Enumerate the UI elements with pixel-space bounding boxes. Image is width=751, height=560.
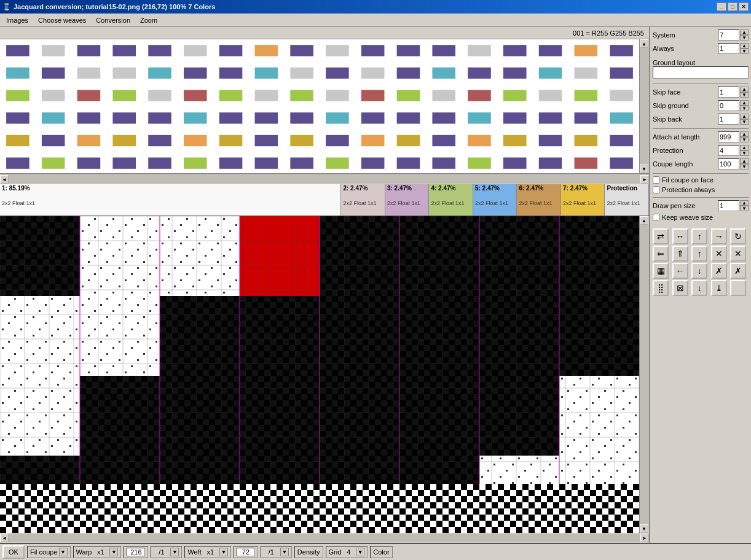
- weft-divisor[interactable]: [264, 548, 279, 556]
- density-segment: Density: [294, 546, 323, 558]
- weft-number[interactable]: [237, 548, 255, 556]
- icon-btn-14[interactable]: ✗: [711, 263, 727, 279]
- preview-hscroll-track[interactable]: [9, 175, 640, 184]
- coupe-length-up[interactable]: ▲: [740, 158, 749, 164]
- maximize-button[interactable]: □: [728, 2, 737, 11]
- always-up[interactable]: ▲: [740, 43, 749, 49]
- icon-btn-17[interactable]: ⊠: [672, 280, 688, 296]
- always-input[interactable]: [718, 43, 739, 54]
- weave-hscroll-track[interactable]: [9, 534, 640, 542]
- preview-vscrollbar[interactable]: ▲ ▼: [639, 39, 649, 173]
- preview-hscrollbar[interactable]: ◄ ►: [0, 174, 649, 184]
- icon-btn-6[interactable]: ⇐: [653, 246, 669, 262]
- preview-hscroll-right[interactable]: ►: [640, 175, 649, 184]
- color-seg-4[interactable]: 4: 2.47% 2x2 Float 1x1: [429, 184, 473, 216]
- weft-mult-arrow[interactable]: ▼: [219, 548, 228, 556]
- icon-btn-12[interactable]: ←: [672, 263, 688, 279]
- color-seg-6[interactable]: 6: 2.47% 2x2 Float 1x1: [517, 184, 561, 216]
- weave-canvas[interactable]: [0, 216, 639, 533]
- coupe-length-input[interactable]: [718, 158, 739, 169]
- preview-canvas[interactable]: [0, 39, 639, 173]
- attach-length-down[interactable]: ▼: [740, 137, 749, 142]
- close-button[interactable]: ✕: [739, 2, 749, 11]
- icon-btn-5[interactable]: ↻: [730, 228, 746, 244]
- preview-scroll-down[interactable]: ▼: [640, 165, 648, 173]
- color-seg-3[interactable]: 3: 2.47% 2x2 Float 1x1: [385, 184, 430, 216]
- weave-scroll-up[interactable]: ▲: [640, 216, 648, 225]
- icon-btn-7[interactable]: ⇑: [672, 246, 688, 262]
- draw-pen-input[interactable]: [718, 200, 739, 211]
- protection-always-checkbox[interactable]: [653, 186, 660, 193]
- minimize-button[interactable]: _: [717, 2, 726, 11]
- skip-face-input[interactable]: [718, 87, 739, 98]
- icon-btn-18[interactable]: ↓: [691, 280, 707, 296]
- always-down[interactable]: ▼: [740, 49, 749, 54]
- icon-btn-8[interactable]: ↑: [691, 246, 707, 262]
- weave-scroll-down[interactable]: ▼: [640, 524, 648, 533]
- color-seg-5[interactable]: 5: 2.47% 2x2 Float 1x1: [473, 184, 517, 216]
- warp-div-arrow[interactable]: ▼: [170, 548, 179, 556]
- ground-layout-input[interactable]: [653, 66, 749, 79]
- system-down[interactable]: ▼: [740, 35, 749, 41]
- keep-weave-checkbox[interactable]: [653, 214, 660, 221]
- icon-btn-3[interactable]: ↑: [691, 228, 707, 244]
- icon-btn-13[interactable]: ↓: [691, 263, 707, 279]
- weave-hscrollbar[interactable]: ◄ ►: [0, 533, 649, 543]
- warp-multiplier[interactable]: [93, 548, 108, 556]
- weave-vscrollbar[interactable]: ▲ ▼: [639, 216, 649, 533]
- menu-images[interactable]: Images: [2, 15, 32, 25]
- attach-length-up[interactable]: ▲: [740, 131, 749, 137]
- skip-back-input[interactable]: [718, 114, 739, 125]
- fil-coupe-arrow[interactable]: ▼: [59, 548, 68, 556]
- skip-ground-down[interactable]: ▼: [740, 106, 749, 111]
- menu-zoom[interactable]: Zoom: [136, 15, 161, 25]
- menu-conversion[interactable]: Conversion: [92, 15, 134, 25]
- color-seg-protection[interactable]: Protection 2x2 Float 1x1: [605, 184, 649, 216]
- icon-btn-19[interactable]: ⤓: [711, 280, 727, 296]
- icon-btn-1[interactable]: ⇄: [653, 228, 669, 244]
- preview-scroll-up[interactable]: ▲: [640, 39, 648, 48]
- color-seg-2[interactable]: 2: 2.47% 2x2 Float 1x1: [341, 184, 385, 216]
- icon-btn-15[interactable]: ✗: [730, 263, 746, 279]
- system-up[interactable]: ▲: [740, 29, 749, 35]
- icon-btn-4[interactable]: →: [711, 228, 727, 244]
- menu-choose-weaves[interactable]: Choose weaves: [34, 15, 90, 25]
- draw-pen-down[interactable]: ▼: [740, 206, 749, 211]
- weft-div-arrow[interactable]: ▼: [280, 548, 289, 556]
- draw-pen-up[interactable]: ▲: [740, 200, 749, 206]
- weft-multiplier[interactable]: [203, 548, 218, 556]
- color-seg-7[interactable]: 7: 2.47% 2x2 Float 1x1: [561, 184, 605, 216]
- icon-btn-16[interactable]: ⣿: [653, 280, 669, 296]
- skip-ground-up[interactable]: ▲: [740, 100, 749, 106]
- system-input[interactable]: [718, 29, 739, 41]
- fil-coupe-checkbox[interactable]: [653, 176, 660, 184]
- icon-btn-9[interactable]: ✕: [711, 246, 727, 262]
- preview-hscroll-left[interactable]: ◄: [0, 175, 9, 184]
- warp-num-segment: [124, 546, 148, 558]
- icon-btn-11[interactable]: ▦: [653, 263, 669, 279]
- skip-ground-input[interactable]: [718, 100, 739, 111]
- grid-value[interactable]: [342, 548, 355, 556]
- warp-divisor[interactable]: [154, 548, 169, 556]
- skip-face-down[interactable]: ▼: [740, 92, 749, 98]
- color-seg-1[interactable]: 1: 85.19% 2x2 Float 1x1: [0, 184, 341, 216]
- icon-btn-20[interactable]: [730, 280, 746, 296]
- grid-arrow[interactable]: ▼: [356, 548, 364, 556]
- skip-face-up[interactable]: ▲: [740, 87, 749, 92]
- skip-back-down[interactable]: ▼: [740, 119, 749, 125]
- attach-length-input[interactable]: [718, 131, 739, 142]
- warp-number[interactable]: [127, 548, 145, 556]
- ok-button[interactable]: OK: [2, 545, 25, 559]
- skip-back-up[interactable]: ▲: [740, 114, 749, 119]
- preview-scroll-track[interactable]: [640, 48, 649, 165]
- protection-input[interactable]: [718, 145, 739, 156]
- protection-down[interactable]: ▼: [740, 150, 749, 156]
- icon-btn-10[interactable]: ✕: [730, 246, 746, 262]
- warp-mult-arrow[interactable]: ▼: [109, 548, 118, 556]
- icon-btn-2[interactable]: ↔: [672, 228, 688, 244]
- weave-scroll-track[interactable]: [640, 225, 649, 524]
- protection-up[interactable]: ▲: [740, 145, 749, 150]
- weave-hscroll-left[interactable]: ◄: [0, 534, 9, 542]
- coupe-length-down[interactable]: ▼: [740, 164, 749, 169]
- weave-hscroll-right[interactable]: ►: [640, 534, 649, 542]
